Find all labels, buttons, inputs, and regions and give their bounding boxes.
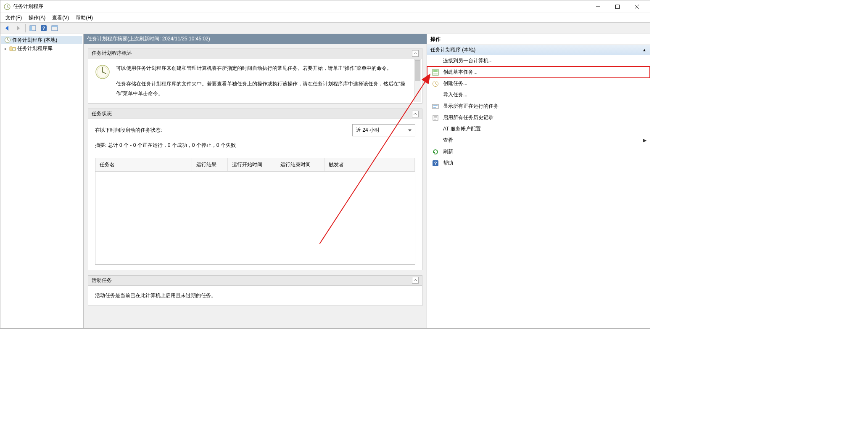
tree-library-label: 任务计划程序库 bbox=[17, 45, 53, 52]
actions-subtitle-bar: 任务计划程序 (本地) ▲ bbox=[427, 45, 650, 55]
maximize-button[interactable] bbox=[608, 1, 627, 13]
status-collapse-button[interactable] bbox=[412, 111, 419, 117]
overview-title: 任务计划程序概述 bbox=[92, 50, 132, 57]
folder-clock-icon bbox=[9, 45, 16, 52]
menu-view[interactable]: 查看(V) bbox=[49, 13, 72, 22]
menu-action[interactable]: 操作(A) bbox=[25, 13, 49, 22]
svg-point-12 bbox=[102, 72, 103, 73]
action-view[interactable]: 查看 ▶ bbox=[427, 135, 650, 146]
actions-collapse-icon[interactable]: ▲ bbox=[642, 48, 646, 52]
minimize-button[interactable] bbox=[588, 1, 608, 13]
close-button[interactable] bbox=[627, 1, 646, 13]
tree-root-label: 任务计划程序 (本地) bbox=[12, 37, 57, 44]
toolbar: ? bbox=[0, 22, 650, 34]
active-collapse-button[interactable] bbox=[412, 277, 419, 284]
menu-help[interactable]: 帮助(H) bbox=[72, 13, 96, 22]
blank-icon bbox=[432, 137, 439, 144]
main-window: 任务计划程序 文件(F) 操作(A) 查看(V) 帮助(H) ? 任务计划程序 … bbox=[0, 0, 650, 329]
app-icon bbox=[4, 3, 11, 10]
svg-rect-17 bbox=[433, 104, 438, 109]
action-import-task[interactable]: 导入任务... bbox=[427, 89, 650, 101]
actions-panel-title: 操作 bbox=[427, 34, 650, 45]
overview-paragraph-1: 可以使用任务计划程序来创建和管理计算机将在所指定的时间自动执行的常见任务。若要开… bbox=[116, 64, 406, 73]
action-import-label: 导入任务... bbox=[443, 91, 467, 98]
running-icon bbox=[432, 103, 439, 110]
center-scroll[interactable]: 任务计划程序概述 可以使用任务计划程序来创建和管理计算机将在所指定的时间自动执行… bbox=[84, 44, 427, 328]
menu-file[interactable]: 文件(F) bbox=[2, 13, 25, 22]
task-table: 任务名 运行结果 运行开始时间 运行结束时间 触发者 bbox=[95, 158, 415, 265]
show-hide-tree-button[interactable] bbox=[28, 24, 38, 33]
body: 任务计划程序 (本地) ▸ 任务计划程序库 任务计划程序摘要(上次刷新时间: 2… bbox=[0, 34, 650, 328]
task-table-body bbox=[95, 172, 415, 264]
action-create-basic-task[interactable]: 创建基本任务... bbox=[427, 66, 650, 78]
task-icon bbox=[432, 80, 439, 87]
overview-head: 任务计划程序概述 bbox=[88, 48, 422, 58]
properties-button[interactable] bbox=[50, 24, 60, 33]
svg-rect-15 bbox=[433, 73, 438, 74]
status-head: 任务状态 bbox=[88, 109, 422, 119]
col-run-result[interactable]: 运行结果 bbox=[192, 158, 228, 171]
action-list: 连接到另一台计算机... 创建基本任务... 创建任务... 导入任务... 显… bbox=[427, 55, 650, 328]
action-show-running[interactable]: 显示所有正在运行的任务 bbox=[427, 101, 650, 112]
action-view-label: 查看 bbox=[443, 137, 453, 144]
status-section: 任务状态 在以下时间段启动的任务状态: 近 24 小时 摘要: 总计 0 个 -… bbox=[88, 109, 422, 270]
status-body: 在以下时间段启动的任务状态: 近 24 小时 摘要: 总计 0 个 - 0 个正… bbox=[88, 119, 422, 269]
svg-rect-1 bbox=[616, 5, 620, 8]
action-refresh[interactable]: 刷新 bbox=[427, 146, 650, 157]
action-at-account[interactable]: AT 服务帐户配置 bbox=[427, 123, 650, 135]
menubar: 文件(F) 操作(A) 查看(V) 帮助(H) bbox=[0, 13, 650, 22]
overview-collapse-button[interactable] bbox=[412, 50, 419, 57]
tree-root[interactable]: 任务计划程序 (本地) bbox=[1, 36, 82, 44]
back-button[interactable] bbox=[2, 24, 12, 33]
status-summary: 摘要: 总计 0 个 - 0 个正在运行，0 个成功，0 个停止，0 个失败 bbox=[95, 141, 415, 150]
action-create-task-label: 创建任务... bbox=[443, 80, 467, 87]
svg-point-9 bbox=[13, 48, 16, 51]
active-desc: 活动任务是当前已在此计算机上启用且未过期的任务。 bbox=[95, 291, 415, 300]
action-create-task[interactable]: 创建任务... bbox=[427, 78, 650, 89]
center-panel: 任务计划程序摘要(上次刷新时间: 2024/11/25 10:45:02) 任务… bbox=[84, 34, 427, 328]
svg-text:?: ? bbox=[434, 161, 437, 166]
status-period-label: 在以下时间段启动的任务状态: bbox=[95, 125, 162, 135]
col-trigger[interactable]: 触发者 bbox=[325, 158, 415, 171]
col-task-name[interactable]: 任务名 bbox=[95, 158, 192, 171]
action-help[interactable]: ? 帮助 bbox=[427, 157, 650, 169]
svg-text:?: ? bbox=[42, 26, 45, 31]
help-button[interactable]: ? bbox=[39, 24, 49, 33]
active-section: 活动任务 活动任务是当前已在此计算机上启用且未过期的任务。 bbox=[88, 275, 422, 306]
forward-button[interactable] bbox=[13, 24, 23, 33]
tree-library[interactable]: ▸ 任务计划程序库 bbox=[1, 44, 82, 53]
action-connect-label: 连接到另一台计算机... bbox=[443, 57, 493, 64]
toolbar-separator bbox=[25, 24, 26, 32]
summary-header: 任务计划程序摘要(上次刷新时间: 2024/11/25 10:45:02) bbox=[84, 34, 427, 44]
overview-section: 任务计划程序概述 可以使用任务计划程序来创建和管理计算机将在所指定的时间自动执行… bbox=[88, 48, 422, 104]
period-combo[interactable]: 近 24 小时 bbox=[352, 124, 415, 136]
col-run-end[interactable]: 运行结束时间 bbox=[276, 158, 325, 171]
action-connect[interactable]: 连接到另一台计算机... bbox=[427, 55, 650, 66]
history-icon bbox=[432, 114, 439, 121]
col-run-start[interactable]: 运行开始时间 bbox=[228, 158, 276, 171]
svg-rect-18 bbox=[433, 105, 438, 106]
action-at-account-label: AT 服务帐户配置 bbox=[443, 125, 481, 133]
status-title: 任务状态 bbox=[92, 110, 112, 117]
actions-subtitle: 任务计划程序 (本地) bbox=[430, 46, 475, 53]
blank-icon bbox=[432, 126, 439, 133]
action-enable-history-label: 启用所有任务历史记录 bbox=[443, 114, 493, 121]
refresh-icon bbox=[432, 149, 439, 155]
clock-icon bbox=[4, 37, 11, 43]
clock-large-icon bbox=[95, 64, 110, 80]
titlebar: 任务计划程序 bbox=[0, 0, 650, 13]
action-enable-history[interactable]: 启用所有任务历史记录 bbox=[427, 112, 650, 123]
svg-rect-19 bbox=[433, 107, 436, 108]
active-head: 活动任务 bbox=[88, 276, 422, 286]
action-help-label: 帮助 bbox=[443, 159, 453, 167]
active-body: 活动任务是当前已在此计算机上启用且未过期的任务。 bbox=[88, 286, 422, 306]
overview-scrollbar[interactable] bbox=[414, 59, 421, 102]
wizard-icon bbox=[432, 69, 439, 76]
help-icon: ? bbox=[432, 160, 439, 167]
actions-panel: 操作 任务计划程序 (本地) ▲ 连接到另一台计算机... 创建基本任务... … bbox=[427, 34, 650, 328]
overview-body: 可以使用任务计划程序来创建和管理计算机将在所指定的时间自动执行的常见任务。若要开… bbox=[88, 58, 422, 103]
task-table-head: 任务名 运行结果 运行开始时间 运行结束时间 触发者 bbox=[95, 158, 415, 172]
active-title: 活动任务 bbox=[92, 277, 112, 284]
tree-panel: 任务计划程序 (本地) ▸ 任务计划程序库 bbox=[0, 34, 84, 328]
window-title: 任务计划程序 bbox=[13, 3, 588, 10]
